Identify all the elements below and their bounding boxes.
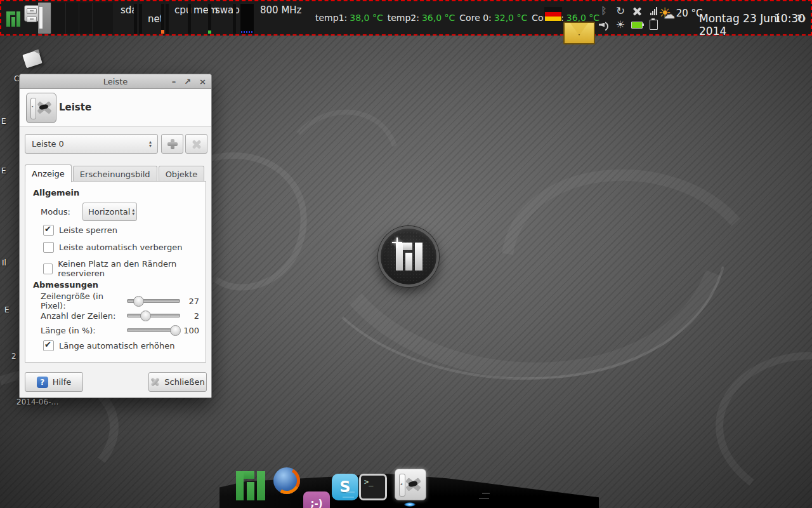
desktop-icon-label[interactable]: E [1, 166, 6, 175]
slider-knob[interactable] [140, 311, 151, 321]
manjaro-desktop-emblem [378, 226, 439, 287]
slider-value: 27 [180, 297, 199, 306]
mode-value: Horizontal [83, 207, 130, 217]
dock: ;-) S >_ ⌂ [228, 467, 584, 500]
spin-down-icon: ▾ [132, 212, 134, 216]
cpu-monitor-bar [188, 4, 191, 34]
checkbox-row-laenge-erhoehen[interactable]: ✔ Länge automatisch erhöhen [43, 340, 175, 351]
sparkle-icon [392, 237, 402, 248]
tab-bar: Anzeige Erscheinungsbild Objekte [25, 164, 206, 182]
panel-select-combobox[interactable]: Leiste 0 ▴ ▾ [25, 134, 158, 154]
panel-preferences-icon [26, 93, 56, 123]
checkbox[interactable]: ✔ [43, 264, 53, 274]
dock-item-manjaro[interactable] [236, 471, 265, 500]
mode-combobox[interactable]: Horizontal ▴ ▾ [82, 203, 137, 221]
file-manager-icon[interactable] [24, 5, 39, 22]
slider-track[interactable] [127, 328, 180, 332]
network-monitor-bar [161, 4, 164, 34]
sensor-label: temp1: [315, 13, 347, 23]
desktop-icon-label[interactable]: 2014-06-… [16, 398, 58, 406]
slider-label: Zeilengröße (in Pixel): [41, 291, 127, 311]
window-list-button[interactable] [38, 3, 51, 34]
slider-row-laenge: Länge (in %): 100 [41, 324, 199, 337]
checkbox[interactable]: ✔ [43, 225, 54, 236]
tab-erscheinungsbild[interactable]: Erscheinungsbild [73, 166, 157, 182]
network-monitor-bar [166, 4, 169, 34]
slider-label: Anzahl der Zeilen: [41, 311, 127, 321]
desktop-icon-label[interactable]: 2 [11, 352, 16, 361]
section-heading-abmessungen: Abmessungen [33, 280, 98, 290]
volume-icon[interactable] [599, 21, 609, 29]
desktop-icon-label[interactable]: Il [2, 258, 6, 267]
spin-down-icon: ▾ [149, 144, 152, 148]
tab-objekte[interactable]: Objekte [159, 166, 205, 182]
dock-item-terminal[interactable]: >_ [359, 474, 387, 500]
panel-select-value: Leiste 0 [25, 139, 143, 149]
desktop-note-icon[interactable] [22, 50, 43, 69]
dialog-header: Leiste [20, 89, 211, 127]
slider-knob[interactable] [170, 325, 181, 336]
dock-item-firefox[interactable] [273, 467, 300, 494]
check-icon: ✔ [44, 340, 51, 349]
check-icon: ✔ [44, 224, 51, 234]
disk-monitor-bar [134, 4, 137, 34]
close-button-label: Schließen [164, 377, 204, 387]
slider-track[interactable] [127, 299, 180, 303]
clipboard-icon[interactable] [650, 20, 658, 30]
system-tray[interactable]: ᛒ ↻ ☀ [596, 4, 661, 31]
slider-value: 100 [180, 326, 199, 335]
session-restart-icon[interactable]: ↻ [797, 12, 806, 25]
sensor-value: 32,0 °C [494, 13, 527, 23]
mail-notification-icon[interactable] [563, 22, 595, 44]
minimize-button[interactable]: – [172, 77, 176, 86]
update-refresh-icon[interactable]: ↻ [616, 6, 625, 17]
close-button[interactable]: × [199, 77, 206, 86]
tab-anzeige[interactable]: Anzeige [25, 164, 72, 182]
memory-monitor-bar [208, 4, 211, 34]
checkbox-row-automatisch-verbergen[interactable]: ✔ Leiste automatisch verbergen [43, 242, 182, 253]
dock-item-panel-preferences-active[interactable] [395, 469, 426, 500]
sensor-label: temp2: [388, 13, 419, 23]
top-panel[interactable]: sda net cpu mem swap 800 MHz temp1: 38,0… [0, 0, 812, 36]
remove-panel-button[interactable] [185, 134, 207, 154]
sensor-value: 36,0 °C [422, 13, 455, 23]
mode-label: Modus: [41, 207, 70, 217]
tab-panel-anzeige: Allgemein Modus: Horizontal ▴ ▾ ✔ Leiste… [25, 181, 206, 363]
bluetooth-icon[interactable]: ᛒ [601, 6, 606, 16]
battery-icon[interactable] [631, 22, 643, 29]
desktop-icon-label[interactable]: E [1, 117, 6, 126]
cpu-frequency-label: 800 MHz [260, 4, 302, 16]
checkbox-label: Leiste automatisch verbergen [59, 243, 182, 252]
slider-row-zeilengroesse: Zeilengröße (in Pixel): 27 [41, 295, 199, 307]
plus-icon [167, 139, 178, 149]
add-panel-button[interactable] [161, 134, 183, 154]
workspace-switcher[interactable] [52, 3, 113, 34]
checkbox-row-keinen-platz[interactable]: ✔ Keinen Platz an den Rändern reserviere… [43, 259, 206, 278]
sensor-label: Core 0: [459, 13, 491, 23]
swap-monitor-bar [233, 4, 236, 34]
weather-widget[interactable]: ☀ ☁ 20 °C [658, 6, 703, 20]
dialog-title: Leiste [59, 102, 91, 113]
menu-button-manjaro-icon[interactable] [6, 11, 20, 27]
tray-cross-icon[interactable] [632, 6, 642, 16]
brightness-sun-icon[interactable]: ☀ [616, 20, 625, 30]
close-dialog-button[interactable]: Schließen [148, 372, 207, 392]
keyboard-layout-german-flag[interactable] [544, 7, 562, 22]
dock-item-chat[interactable]: ;-) [303, 491, 330, 508]
maximize-button[interactable]: ↗ [184, 77, 191, 86]
checkbox[interactable]: ✔ [43, 242, 54, 253]
memory-monitor-label: mem [193, 4, 218, 16]
close-x-icon [150, 377, 160, 387]
sensor-value: 38,0 °C [350, 13, 383, 23]
slider-track[interactable] [127, 314, 180, 318]
network-signal-icon[interactable] [650, 6, 657, 15]
help-button[interactable]: ? Hilfe [25, 372, 83, 392]
titlebar[interactable]: Leiste – ↗ × [20, 74, 211, 89]
slider-row-anzahl-zeilen: Anzahl der Zeilen: 2 [41, 309, 199, 322]
desktop-icon-label[interactable]: E [4, 305, 10, 314]
checkbox-row-leiste-sperren[interactable]: ✔ Leiste sperren [43, 225, 117, 236]
slider-value: 2 [180, 311, 199, 321]
checkbox[interactable]: ✔ [43, 340, 54, 351]
slider-knob[interactable] [133, 296, 144, 307]
checkbox-label: Keinen Platz an den Rändern reservieren [58, 259, 206, 278]
